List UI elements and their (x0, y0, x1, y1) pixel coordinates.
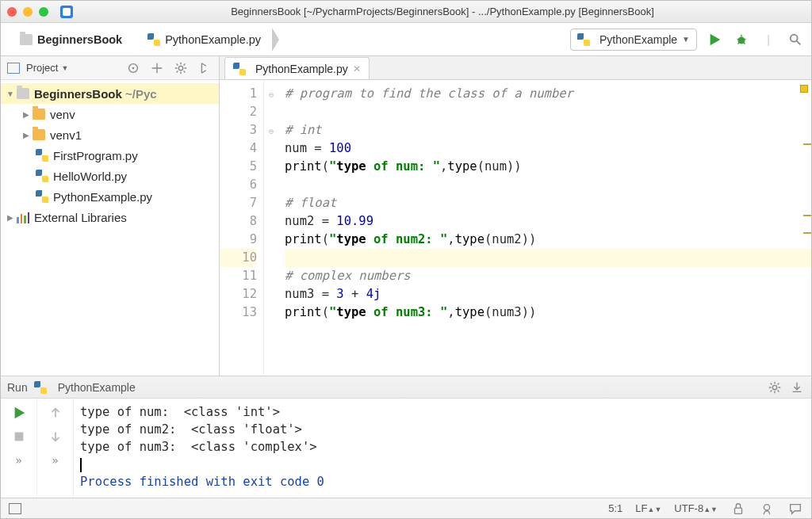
debug-button[interactable] (733, 32, 749, 48)
file-encoding[interactable]: UTF-8▲▼ (674, 502, 718, 514)
run-button[interactable] (707, 32, 722, 48)
console-output[interactable]: type of num: <class 'int'>type of num2: … (74, 399, 811, 498)
more-icon[interactable]: » (48, 452, 63, 468)
project-sidebar: Project▼ ▼ BeginnersBook ~/Pyc ▶ (1, 56, 220, 376)
editor-tab[interactable]: PythonExample.py ✕ (224, 57, 370, 79)
navigation-bar: BeginnersBook PythonExample.py PythonExa… (1, 23, 811, 56)
chevron-down-icon: ▼ (61, 64, 68, 72)
toolbar-divider: | (760, 32, 776, 48)
search-icon[interactable] (787, 32, 803, 48)
fold-column: ⊖⊖ (264, 80, 278, 376)
lock-icon[interactable] (730, 501, 746, 517)
folder-icon (17, 88, 29, 99)
python-file-icon (36, 170, 48, 182)
error-stripe[interactable] (803, 80, 811, 376)
svg-point-3 (132, 67, 135, 69)
code-content[interactable]: # program to find the class of a number … (278, 80, 811, 376)
zoom-window-button[interactable] (39, 7, 48, 17)
tree-item-file[interactable]: FirstProgram.py (1, 145, 219, 166)
python-file-icon (147, 33, 160, 46)
folder-icon (33, 109, 45, 120)
svg-point-1 (791, 34, 798, 41)
chevron-right-icon[interactable]: ▶ (20, 110, 33, 119)
window-title: BeginnersBook [~/PycharmProjects/Beginne… (80, 6, 805, 17)
svg-rect-6 (14, 433, 23, 441)
python-file-icon (36, 190, 48, 203)
target-icon[interactable] (125, 60, 141, 76)
tree-item-venv1[interactable]: ▶ venv1 (1, 124, 219, 145)
folder-icon (20, 34, 33, 45)
status-bar: 5:1 LF▲▼ UTF-8▲▼ (1, 498, 811, 518)
gear-icon[interactable] (767, 380, 783, 395)
python-file-icon (233, 63, 246, 75)
python-file-icon (577, 33, 590, 46)
inspector-icon[interactable] (759, 501, 775, 517)
folder-icon (33, 129, 45, 140)
libraries-icon (17, 211, 29, 223)
hide-icon[interactable] (197, 60, 213, 76)
line-separator[interactable]: LF▲▼ (635, 502, 661, 514)
project-tree[interactable]: ▼ BeginnersBook ~/Pyc ▶ venv ▶ venv1 Fir… (1, 80, 219, 231)
app-icon (60, 6, 73, 18)
tool-window-quick-access-icon[interactable] (9, 503, 21, 514)
run-left-toolbar-2: » (37, 399, 74, 498)
code-editor[interactable]: 12345678910111213 ⊖⊖ # program to find t… (220, 80, 811, 376)
caret-position[interactable]: 5:1 (608, 502, 622, 514)
chevron-right-icon[interactable]: ▶ (20, 131, 33, 139)
svg-point-8 (764, 504, 769, 509)
titlebar: BeginnersBook [~/PycharmProjects/Beginne… (1, 1, 811, 23)
close-window-button[interactable] (7, 7, 17, 17)
close-tab-icon[interactable]: ✕ (353, 63, 361, 74)
svg-point-4 (178, 66, 182, 70)
tree-root[interactable]: ▼ BeginnersBook ~/Pyc (1, 83, 219, 104)
chevron-right-icon[interactable]: ▶ (4, 213, 17, 222)
editor-area: PythonExample.py ✕ 12345678910111213 ⊖⊖ … (220, 56, 811, 376)
minimize-window-button[interactable] (23, 7, 33, 17)
python-file-icon (34, 381, 47, 394)
up-icon[interactable] (48, 405, 63, 421)
project-panel-header[interactable]: Project▼ (1, 56, 219, 80)
breadcrumb-root[interactable]: BeginnersBook (9, 28, 133, 52)
python-file-icon (36, 149, 48, 162)
svg-point-5 (772, 385, 776, 389)
run-panel-label: Run (7, 381, 28, 394)
line-gutter: 12345678910111213 (220, 80, 264, 376)
stop-button[interactable] (11, 429, 27, 445)
run-panel-header[interactable]: Run PythonExample (1, 376, 811, 399)
breadcrumb-file[interactable]: PythonExample.py (133, 28, 272, 52)
editor-tab-bar: PythonExample.py ✕ (220, 56, 811, 80)
more-icon[interactable]: » (11, 452, 27, 468)
download-icon[interactable] (789, 380, 805, 395)
run-panel-config-name: PythonExample (58, 381, 136, 394)
tree-item-venv[interactable]: ▶ venv (1, 104, 219, 124)
down-icon[interactable] (48, 429, 63, 445)
tree-external-libraries[interactable]: ▶ External Libraries (1, 207, 219, 227)
run-left-toolbar: » (1, 399, 37, 498)
chevron-down-icon: ▼ (682, 35, 690, 44)
run-config-selector[interactable]: PythonExample ▼ (570, 29, 697, 51)
svg-rect-7 (735, 508, 742, 513)
tree-item-file[interactable]: PythonExample.py (1, 186, 219, 207)
run-tool-window: Run PythonExample » » type of num: <clas… (1, 376, 811, 498)
chevron-down-icon[interactable]: ▼ (4, 90, 17, 98)
rerun-button[interactable] (11, 405, 27, 421)
collapse-icon[interactable] (149, 60, 165, 76)
feedback-icon[interactable] (787, 501, 803, 517)
gear-icon[interactable] (173, 60, 189, 76)
tree-item-file[interactable]: HelloWorld.py (1, 166, 219, 186)
project-view-icon (7, 63, 20, 74)
